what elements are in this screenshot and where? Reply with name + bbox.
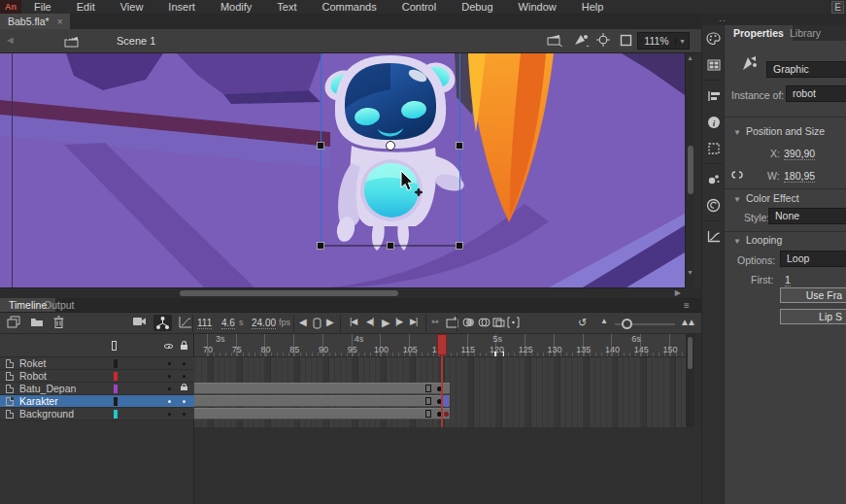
layer-outline-color[interactable]	[114, 359, 118, 368]
step-forward-icon[interactable]: ▶	[326, 317, 333, 327]
close-tab-icon[interactable]: ×	[57, 17, 63, 27]
scroll-right-icon[interactable]: ▶	[675, 288, 681, 297]
symbol-type-dropdown[interactable]: Graphic	[766, 61, 846, 78]
align-icon[interactable]	[702, 83, 725, 109]
go-to-first-frame-icon[interactable]: |◀	[350, 317, 356, 326]
timeline-zoom-out-icon[interactable]: ▲	[600, 317, 607, 325]
layer-lock-dot[interactable]	[183, 362, 186, 365]
menu-item[interactable]: Control	[389, 0, 449, 14]
current-frame-icon[interactable]	[313, 318, 321, 329]
loop-range-marker[interactable]	[494, 352, 496, 356]
onion-skin-icon[interactable]	[462, 317, 475, 328]
scene-name[interactable]: Scene 1	[117, 35, 155, 47]
next-frame-icon[interactable]: |▶	[395, 317, 402, 326]
current-frame-number[interactable]: 111	[197, 318, 212, 329]
stage[interactable]	[0, 53, 685, 287]
end-frame-marker[interactable]	[425, 410, 431, 418]
frame-span[interactable]	[194, 408, 450, 420]
section-color-effect[interactable]: ▼Color Effect	[733, 192, 799, 204]
timeline-zoom-thumb[interactable]	[622, 319, 632, 329]
go-to-last-frame-icon[interactable]: ▶|	[410, 317, 417, 326]
new-folder-icon[interactable]	[30, 316, 44, 327]
menu-item[interactable]: Insert	[155, 0, 208, 14]
chevron-down-icon[interactable]: ▾	[675, 37, 689, 46]
document-tab[interactable]: Bab5.fla* ×	[0, 14, 70, 29]
center-frame-icon[interactable]: ⇿	[431, 317, 439, 326]
scroll-up-icon[interactable]: ▲	[687, 54, 694, 61]
onion-skin-outlines-icon[interactable]	[478, 317, 491, 328]
cc-libraries-icon[interactable]	[702, 192, 725, 218]
previous-frame-icon[interactable]: ◀|	[366, 317, 373, 326]
stage-zoom-dropdown[interactable]: 111% ▾	[637, 32, 690, 50]
color-palette-icon[interactable]	[702, 25, 725, 51]
loop-options-dropdown[interactable]: Loop	[780, 251, 846, 267]
section-position-size[interactable]: ▼Position and Size	[733, 125, 825, 137]
back-arrow-icon[interactable]: ◄	[5, 34, 16, 46]
timeline-frames-area[interactable]: 3s4s5s6s70758085909510010511011512012513…	[194, 334, 686, 427]
layer-visibility-dot[interactable]	[168, 375, 171, 378]
layer-row-robot[interactable]: Robot	[0, 370, 194, 383]
reset-timeline-zoom-icon[interactable]: ↺	[578, 317, 587, 329]
end-frame-marker[interactable]	[425, 385, 431, 392]
center-stage-icon[interactable]	[596, 33, 610, 50]
show-graph-icon[interactable]	[179, 316, 192, 328]
menu-item[interactable]: Edit	[64, 0, 108, 14]
layer-lock-dot[interactable]	[183, 375, 186, 378]
vertical-scroll-thumb[interactable]	[688, 146, 694, 194]
layer-name[interactable]: Karakter	[19, 395, 58, 408]
use-frame-picker-button[interactable]: Use Fra	[780, 287, 846, 303]
menu-item[interactable]: Commands	[309, 0, 389, 14]
menu-item[interactable]: View	[108, 0, 156, 14]
stage-horizontal-scrollbar[interactable]: ▶	[0, 287, 685, 298]
edit-multiple-frames-icon[interactable]	[492, 317, 505, 328]
frame-rate[interactable]: 24.00	[252, 318, 276, 329]
layer-name[interactable]: Background	[19, 408, 74, 420]
layer-outline-color[interactable]	[114, 397, 118, 406]
menu-item[interactable]: Help	[569, 0, 617, 14]
layer-outline-color[interactable]	[114, 385, 118, 393]
horizontal-scroll-thumb[interactable]	[180, 290, 398, 296]
panel-menu-icon[interactable]: ≡	[684, 300, 689, 311]
frame-span[interactable]	[194, 383, 450, 394]
menu-item[interactable]: Modify	[208, 0, 264, 14]
clip-content-icon[interactable]	[620, 33, 632, 50]
link-width-height-icon[interactable]	[730, 167, 744, 185]
stage-vertical-scrollbar[interactable]: ▲ ▼	[685, 53, 694, 287]
w-value[interactable]: 180,95	[784, 170, 815, 183]
motion-graph-icon[interactable]	[702, 223, 725, 250]
first-frame-value[interactable]: 1	[785, 274, 791, 286]
layer-name[interactable]: Roket	[19, 357, 46, 370]
app-logo[interactable]: An	[0, 0, 21, 14]
layer-lock-dot[interactable]	[183, 413, 186, 416]
timeline-zoom-in-icon[interactable]: ▲▲	[680, 317, 694, 327]
lip-syncing-button[interactable]: Lip S	[780, 309, 846, 324]
menu-item[interactable]: Window	[506, 0, 569, 14]
layer-parenting-icon[interactable]	[153, 315, 172, 331]
layer-name[interactable]: Batu_Depan	[19, 383, 76, 395]
brush-library-icon[interactable]	[702, 166, 725, 192]
tab-library[interactable]: Library	[781, 25, 829, 41]
play-icon[interactable]: ▶	[382, 317, 389, 329]
layer-row-background[interactable]: Background	[0, 408, 194, 420]
delete-layer-icon[interactable]	[53, 316, 64, 328]
timeline-vertical-scrollbar[interactable]	[686, 334, 694, 427]
layer-outline-color[interactable]	[114, 410, 118, 419]
layer-visibility-dot[interactable]	[168, 413, 171, 416]
tab-output[interactable]: Output	[35, 298, 84, 312]
layer-visibility-dot[interactable]	[168, 400, 171, 403]
instance-name-field[interactable]: robot	[786, 85, 846, 102]
style-dropdown[interactable]: None	[768, 208, 846, 224]
menu-item[interactable]: Debug	[449, 0, 505, 14]
new-layer-icon[interactable]	[7, 316, 20, 328]
step-back-icon[interactable]: ◀	[299, 317, 306, 327]
add-camera-icon[interactable]	[132, 316, 147, 326]
info-icon[interactable]: i	[702, 109, 725, 135]
collapse-panels-icon[interactable]: ··	[719, 16, 727, 25]
outline-column-icon[interactable]	[112, 341, 117, 351]
layer-outline-color[interactable]	[114, 372, 118, 381]
frame-span[interactable]	[194, 395, 450, 407]
scroll-down-icon[interactable]: ▼	[687, 269, 694, 276]
workspace-switcher[interactable]: E	[831, 1, 844, 14]
playhead[interactable]	[437, 334, 447, 355]
menu-item[interactable]: File	[21, 0, 64, 14]
